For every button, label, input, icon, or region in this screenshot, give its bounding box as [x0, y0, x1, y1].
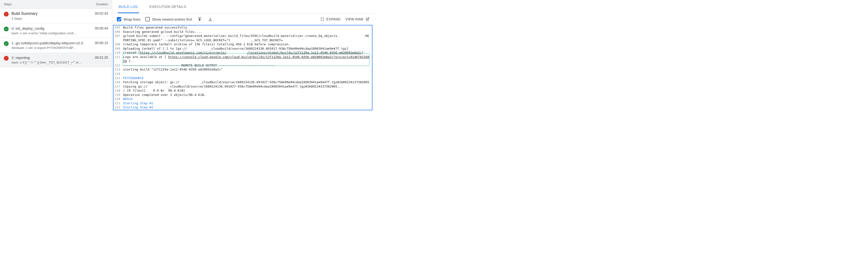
error-icon [4, 12, 9, 17]
log-line-content: Uploading tarball of [.] to [gs://xxxxxx… [123, 46, 372, 51]
view-raw-label: VIEW RAW [345, 17, 363, 21]
step-duration: 00:00:44 [95, 26, 108, 30]
log-viewer[interactable]: 105Build files generated successfully.10… [113, 25, 372, 110]
log-line-content: gcloud builds submit . --config="generat… [123, 34, 372, 42]
log-line-content: starting build "12f1129a-1a12-4546-8356-… [123, 67, 372, 72]
log-line-number: 105 [114, 25, 123, 30]
log-line-content: Executing generated gcloud build files..… [123, 30, 372, 34]
log-line[interactable]: 105Build files generated successfully. [114, 25, 372, 30]
step-sub: bash -c if [[ "" != "" ]] then _TGT_BUCK… [11, 61, 92, 64]
log-line-number: 106 [114, 30, 123, 34]
tab-build-log[interactable]: BUILD LOG [118, 0, 139, 13]
log-line[interactable]: 112------------------------------ REMOTE… [114, 63, 372, 68]
step-row[interactable]: 0: init_deploy_configbash -c set -e echo… [0, 24, 112, 38]
log-line-content: / [0 files][ 0.0 B/ 98.4 KiB] [123, 89, 372, 93]
success-icon [4, 41, 9, 46]
step-duration: 00:01:25 [95, 56, 108, 60]
log-line-number: 114 [114, 72, 123, 76]
log-line-number: 117 [114, 85, 123, 89]
step-title: 2: reporting [11, 56, 92, 60]
log-line-content: FETCHSOURCE [123, 76, 372, 80]
log-line-content: Starting Step #1 [123, 101, 372, 105]
log-line-number: 115 [114, 76, 123, 80]
log-line-content: Logs are available at [ https://console.… [123, 55, 372, 63]
log-line[interactable]: 122Starting Step #2 [114, 105, 372, 109]
log-line[interactable]: 114 [114, 72, 372, 76]
scroll-top-icon[interactable] [197, 16, 203, 22]
log-line[interactable]: 120BUILD [114, 97, 372, 101]
log-line-number: 112 [114, 63, 123, 68]
log-line[interactable]: 106Executing generated gcloud build file… [114, 30, 372, 34]
log-line-content: Created [https://cloudbuild.googleapis.c… [123, 51, 372, 55]
log-line-number: 108 [114, 42, 123, 46]
error-icon [4, 56, 9, 61]
step-row[interactable]: 1: gcr.io/kittycorn-public/deploy-kittyc… [0, 38, 112, 53]
log-line-number: 123 [114, 109, 123, 110]
log-line[interactable]: 121Starting Step #1 [114, 101, 372, 105]
log-panel: BUILD LOG EXECUTION DETAILS Wrap lines S… [112, 0, 374, 110]
log-line-number: 111 [114, 55, 123, 59]
build-summary-duration: 00:02:33 [95, 11, 108, 15]
open-external-icon [365, 17, 370, 21]
checkbox-checked-icon [117, 17, 121, 21]
log-line[interactable]: 119Operation completed over 1 objects/98… [114, 93, 372, 97]
log-line-content: Starting Step #2 [123, 105, 372, 109]
log-line[interactable]: 109Uploading tarball of [.] to [gs://xxx… [114, 46, 372, 51]
log-line-content: Build files generated successfully. [123, 25, 372, 30]
tabs: BUILD LOG EXECUTION DETAILS [112, 0, 374, 13]
log-line[interactable]: 118/ [0 files][ 0.0 B/ 98.4 KiB] [114, 89, 372, 93]
log-line[interactable]: 117Copying gs://xxxxxxxxxxx_cloudbuild/s… [114, 85, 372, 89]
steps-panel: Steps Duration Build Summary 3 Steps 00:… [0, 0, 112, 110]
log-line-number: 110 [114, 51, 123, 55]
checkbox-unchecked-icon [146, 17, 150, 21]
steps-header-label: Steps [4, 2, 12, 6]
log-line[interactable]: 123Starting Step #0 [114, 109, 372, 110]
log-line-number: 118 [114, 89, 123, 93]
download-icon[interactable] [207, 16, 213, 22]
wrap-lines-toggle[interactable]: Wrap lines [117, 17, 141, 21]
step-row[interactable]: 2: reportingbash -c if [[ "" != "" ]] th… [0, 53, 112, 67]
build-summary-row[interactable]: Build Summary 3 Steps 00:02:33 [0, 9, 112, 24]
log-line[interactable]: 116Fetching storage object: gs://xxxxxxx… [114, 80, 372, 85]
expand-button[interactable]: EXPAND [320, 17, 341, 21]
log-line[interactable]: 108Creating temporary tarball archive of… [114, 42, 372, 46]
log-line-number: 120 [114, 97, 123, 101]
log-line[interactable]: 115FETCHSOURCE [114, 76, 372, 80]
log-line[interactable]: 111Logs are available at [ https://conso… [114, 55, 372, 63]
steps-header: Steps Duration [0, 0, 112, 9]
log-line-number: 122 [114, 105, 123, 109]
log-line-content: Fetching storage object: gs://xxxxxxxxxx… [123, 80, 372, 85]
show-newest-label: Show newest entries first [152, 17, 192, 21]
wrap-lines-label: Wrap lines [124, 17, 141, 21]
step-title: 0: init_deploy_config [11, 26, 92, 30]
success-icon [4, 27, 9, 31]
log-line-number: 119 [114, 93, 123, 97]
tab-execution-details[interactable]: EXECUTION DETAILS [149, 0, 187, 13]
log-line-number: 113 [114, 67, 123, 72]
step-duration: 00:00:13 [95, 41, 108, 45]
log-line[interactable]: 107gcloud builds submit . --config="gene… [114, 34, 372, 42]
log-line[interactable]: 110Created [https://cloudbuild.googleapi… [114, 51, 372, 55]
duration-header-label: Duration [96, 2, 108, 6]
log-line-number: 116 [114, 80, 123, 85]
log-line-content: Copying gs://xxxxxxxxxxx_cloudbuild/sour… [123, 85, 372, 89]
log-toolbar: Wrap lines Show newest entries first EXP… [112, 13, 374, 25]
log-line-number: 121 [114, 101, 123, 105]
expand-label: EXPAND [327, 17, 341, 21]
step-sub: /bin/bash -c set -e export PYTHONPATH=$P… [11, 46, 92, 50]
build-summary-title: Build Summary [11, 11, 92, 16]
log-line-content: Creating temporary tarball archive of 13… [123, 42, 372, 46]
log-line-content: Operation completed over 1 objects/98.4 … [123, 93, 372, 97]
step-sub: bash -c set -e echo "Initial configurati… [11, 31, 92, 35]
show-newest-toggle[interactable]: Show newest entries first [146, 17, 192, 21]
log-line-content: BUILD [123, 97, 372, 101]
log-line[interactable]: 113starting build "12f1129a-1a12-4546-83… [114, 67, 372, 72]
log-line-number: 107 [114, 34, 123, 38]
log-line-content: ------------------------------ REMOTE BU… [123, 63, 372, 68]
view-raw-button[interactable]: VIEW RAW [345, 17, 370, 21]
log-line-content: Starting Step #0 [123, 109, 372, 110]
log-line-number: 109 [114, 46, 123, 51]
build-summary-sub: 3 Steps [11, 17, 92, 20]
expand-icon [320, 17, 324, 21]
step-title: 1: gcr.io/kittycorn-public/deploy-kittyc… [11, 41, 92, 45]
